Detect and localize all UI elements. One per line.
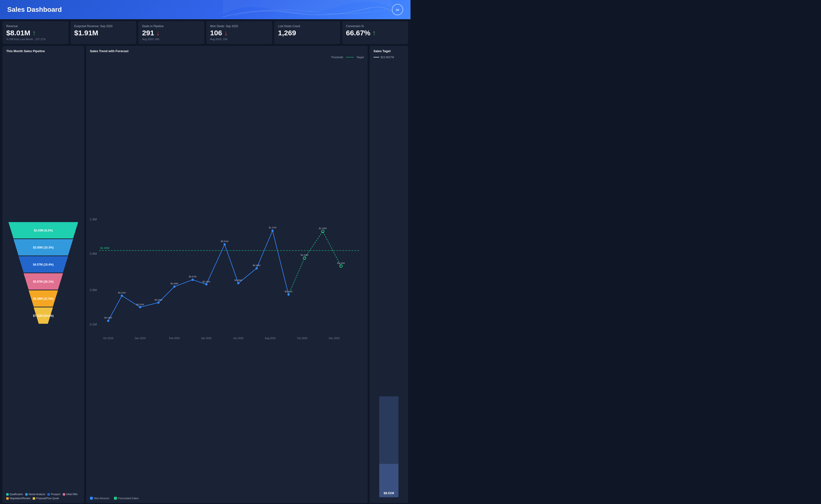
target-title: Sales Taget — [373, 49, 404, 53]
kpi-pipeline-value: 291 ↓ — [142, 29, 200, 37]
legend-item-2: Prospect — [47, 493, 60, 496]
svg-point-34 — [237, 282, 239, 284]
funnel-step-2: $4.57M (15.4%) — [8, 256, 78, 273]
legend-won-label: Won Amount — [94, 497, 109, 500]
svg-text:$6.38M (21.5%): $6.38M (21.5%) — [33, 297, 53, 300]
svg-point-36 — [271, 230, 274, 232]
svg-text:Apr 2020: Apr 2020 — [201, 337, 212, 340]
kpi-conversion-value: 66.67% ↑ — [346, 29, 404, 37]
svg-text:$1.10M: $1.10M — [337, 262, 345, 264]
svg-text:$2.43M (8.2%): $2.43M (8.2%) — [34, 229, 53, 232]
svg-text:$0.26M: $0.26M — [155, 299, 162, 301]
svg-text:$0.67M: $0.67M — [189, 275, 196, 278]
legend-item-4: Negotiation/Review — [6, 497, 30, 500]
funnel-step-4: $6.38M (21.5%) — [8, 290, 78, 307]
funnel-title: This Month Sales Pipeline — [6, 49, 80, 53]
svg-text:$4.57M (15.4%): $4.57M (15.4%) — [33, 263, 53, 266]
chart-svg-wrapper: $1.3M $0.9M $0.5M $0.1M $1.00M Oct 2019 … — [90, 60, 364, 495]
legend-label-2: Prospect — [51, 493, 60, 496]
svg-text:$1.27M: $1.27M — [269, 226, 276, 229]
kpi-pipeline: Deals in Pipeline 291 ↓ Aug 2020: 445 — [138, 21, 204, 44]
kpi-revenue-sub: % Diff from Last Month : 107.27% — [6, 38, 65, 41]
header-title: Sales Dashboard — [7, 6, 62, 13]
target-line: $23.8827M — [373, 56, 404, 59]
legend-label-1: Needs Analysis — [29, 493, 45, 496]
svg-point-26 — [107, 320, 109, 322]
kpi-won-value: 106 ↓ — [210, 29, 269, 37]
svg-text:$0.5M: $0.5M — [90, 288, 97, 292]
svg-text:Dec 2020: Dec 2020 — [329, 337, 339, 340]
svg-point-27 — [121, 295, 123, 297]
svg-text:$0.1M: $0.1M — [90, 323, 97, 326]
svg-text:$1.00M: $1.00M — [100, 247, 109, 249]
funnel-step-0: $2.43M (8.2%) — [8, 222, 78, 238]
svg-text:$0.9M: $0.9M — [90, 252, 97, 255]
svg-text:$1.3M: $1.3M — [90, 218, 97, 221]
header-wave — [223, 0, 391, 19]
funnel-panel: This Month Sales Pipeline $2.43M (8.2%)$… — [2, 46, 84, 503]
kpi-conversion-label: Conversion % — [346, 25, 404, 28]
legend-item-5: Proposal/Price Quote — [33, 497, 59, 500]
kpi-pipeline-sub: Aug 2020: 445 — [142, 38, 200, 41]
svg-text:Oct 2019: Oct 2019 — [103, 337, 113, 340]
svg-text:$7.31M (24.6%): $7.31M (24.6%) — [33, 314, 53, 317]
svg-text:Dec 2019: Dec 2019 — [135, 337, 145, 340]
target-bar-fill: $8.01M — [379, 464, 398, 497]
kpi-won-deals: Won Deals: Sep 2020 106 ↓ Aug 2020: 198 — [206, 21, 272, 44]
svg-text:$5.97M (20.1%): $5.97M (20.1%) — [33, 280, 53, 283]
funnel-step-1: $3.05M (10.3%) — [8, 239, 78, 255]
svg-text:$1.26M: $1.26M — [319, 227, 326, 230]
legend-item-3: Initial Offer — [63, 493, 78, 496]
target-bar-container: $8.01M — [373, 60, 404, 500]
funnel-container: $2.43M (8.2%)$3.05M (10.3%)$4.57M (15.4%… — [6, 56, 80, 490]
svg-text:Aug 2020: Aug 2020 — [265, 337, 275, 340]
kpi-lost-label: Lost Deals Count — [278, 25, 336, 28]
kpi-expected-label: Exepcted Revenue: Sep 2020 — [74, 25, 133, 28]
legend-won: Won Amount — [90, 497, 109, 500]
kpi-revenue-value: $8.01M ↑ — [6, 29, 65, 37]
svg-text:$0.49M: $0.49M — [170, 282, 178, 285]
kpi-expected-revenue: Exepcted Revenue: Sep 2020 $1.91M — [70, 21, 137, 44]
header: Sales Dashboard ∞ — [0, 0, 410, 19]
kpi-row: Revenue $8.01M ↑ % Diff from Last Month … — [0, 19, 410, 46]
svg-text:$0.91M: $0.91M — [221, 240, 228, 243]
legend-item-1: Needs Analysis — [25, 493, 45, 496]
svg-text:$3.05M (10.3%): $3.05M (10.3%) — [33, 246, 53, 249]
kpi-revenue: Revenue $8.01M ↑ % Diff from Last Month … — [2, 21, 69, 44]
svg-point-37 — [287, 293, 289, 296]
svg-text:$0.65M: $0.65M — [253, 264, 260, 267]
svg-point-28 — [139, 306, 141, 308]
kpi-lost-value: 1,269 — [278, 29, 336, 37]
header-logo: ∞ — [392, 4, 403, 15]
target-label: Target — [356, 56, 364, 59]
kpi-conversion: Conversion % 66.67% ↑ — [342, 21, 408, 44]
kpi-expected-value: $1.91M — [74, 29, 133, 37]
legend-item-0: Qualification — [6, 493, 23, 496]
svg-point-52 — [339, 265, 342, 267]
target-current-value: $8.01M — [379, 491, 398, 495]
kpi-won-label: Won Deals: Sep 2020 — [210, 25, 269, 28]
funnel-step-5: $7.31M (24.6%) — [8, 307, 78, 324]
svg-point-31 — [191, 279, 194, 281]
svg-text:Feb 2020: Feb 2020 — [169, 337, 180, 340]
kpi-pipeline-label: Deals in Pipeline — [142, 25, 200, 28]
svg-text:$1.02M: $1.02M — [300, 254, 308, 256]
kpi-won-sub: Aug 2020: 198 — [210, 38, 269, 41]
svg-point-29 — [157, 301, 159, 304]
svg-text:$0.41M: $0.41M — [118, 291, 126, 294]
kpi-revenue-label: Revenue — [6, 25, 65, 28]
legend-forecast: Forecasted Sales — [114, 497, 139, 500]
target-bar-bg: $8.01M — [379, 396, 398, 497]
svg-point-32 — [205, 283, 207, 285]
legend-forecast-label: Forecasted Sales — [118, 497, 139, 500]
kpi-lost-deals: Lost Deals Count 1,269 — [274, 21, 340, 44]
svg-text:$0.22M: $0.22M — [136, 303, 144, 306]
legend-label-4: Negotiation/Review — [10, 497, 30, 500]
legend-label-5: Proposal/Price Quote — [36, 497, 59, 500]
threshold-label: Threshold: — [331, 56, 343, 59]
svg-point-33 — [223, 243, 225, 245]
chart-title: Sales Trend with Forecast — [90, 49, 364, 53]
svg-text:$0.61M: $0.61M — [285, 290, 292, 293]
funnel-step-3: $5.97M (20.1%) — [8, 273, 78, 290]
legend-label-0: Qualification — [10, 493, 23, 496]
